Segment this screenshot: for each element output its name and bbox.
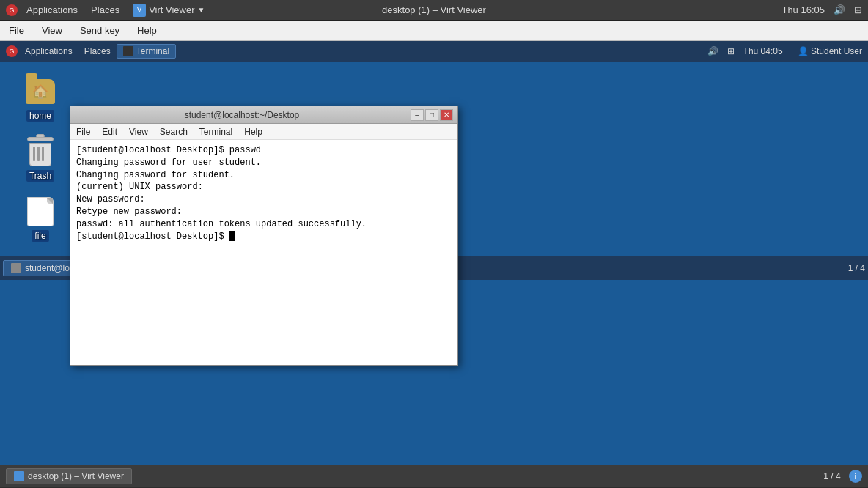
host-network-icon: ⊞ bbox=[854, 4, 862, 15]
desktop-icon-file[interactable]: file bbox=[15, 196, 66, 242]
app-menubar: File View Send key Help bbox=[0, 21, 868, 41]
trash-icon-label: Trash bbox=[26, 170, 54, 182]
host-topbar-right: Thu 16:05 🔊 ⊞ bbox=[781, 4, 862, 15]
gnome-logo-icon: G bbox=[6, 4, 18, 16]
vm-topbar-right: 🔊 ⊞ Thu 04:05 👤 Student User bbox=[707, 46, 862, 56]
vm-places-menu[interactable]: Places bbox=[78, 45, 117, 58]
vm-taskbar-page-indicator: 1 / 4 bbox=[848, 263, 865, 273]
terminal-body[interactable]: [student@localhost Desktop]$ passwdChang… bbox=[70, 140, 457, 365]
trash-body bbox=[29, 143, 51, 166]
terminal-help-menu[interactable]: Help bbox=[238, 125, 268, 138]
file-icon bbox=[25, 196, 56, 227]
host-window-title: desktop (1) – Virt Viewer bbox=[382, 4, 486, 15]
vm-speaker-icon: 🔊 bbox=[707, 46, 718, 56]
host-page-indicator: 1 / 4 bbox=[823, 471, 840, 481]
trash-icon bbox=[25, 136, 56, 167]
terminal-close-btn[interactable]: ✕ bbox=[440, 109, 453, 121]
terminal-minimize-btn[interactable]: – bbox=[411, 109, 424, 121]
terminal-window: student@localhost:~/Desktop – □ ✕ File E… bbox=[70, 106, 458, 366]
host-bottombar-right: 1 / 4 i bbox=[823, 470, 862, 483]
terminal-search-menu[interactable]: Search bbox=[154, 125, 194, 138]
vm-user-label: Student User bbox=[811, 46, 862, 56]
desktop-icons: 🏠 home Trash bbox=[15, 76, 66, 242]
host-taskbar-virt-icon bbox=[14, 471, 24, 481]
vm-terminal-label: Terminal bbox=[136, 46, 169, 56]
host-taskbar-virt-label: desktop (1) – Virt Viewer bbox=[28, 471, 124, 481]
terminal-title: student@localhost:~/Desktop bbox=[75, 110, 409, 120]
vm-time: Thu 04:05 bbox=[743, 46, 783, 56]
host-speaker-icon: 🔊 bbox=[834, 4, 845, 15]
home-icon-shape: 🏠 bbox=[26, 79, 55, 104]
host-places-menu[interactable]: Places bbox=[85, 3, 125, 17]
vm-terminal-icon-small bbox=[123, 46, 133, 56]
desktop-area: 🏠 home Trash bbox=[0, 62, 868, 256]
terminal-cursor bbox=[229, 231, 235, 241]
vm-user: 👤 Student User bbox=[792, 46, 862, 56]
virt-viewer-icon: V bbox=[133, 4, 146, 17]
desktop-icon-trash[interactable]: Trash bbox=[15, 136, 66, 182]
home-icon-glyph: 🏠 bbox=[32, 84, 48, 100]
desktop-icon-home[interactable]: 🏠 home bbox=[15, 76, 66, 122]
terminal-menubar: File Edit View Search Terminal Help bbox=[70, 124, 457, 140]
trash-lid bbox=[27, 137, 54, 141]
view-menu[interactable]: View bbox=[33, 22, 71, 39]
terminal-output: [student@localhost Desktop]$ passwdChang… bbox=[76, 145, 367, 242]
trash-icon-shape bbox=[27, 137, 54, 166]
virt-viewer-dropdown-icon: ▼ bbox=[198, 6, 205, 14]
home-folder-icon: 🏠 bbox=[25, 76, 56, 107]
terminal-file-menu[interactable]: File bbox=[70, 125, 96, 138]
vm-taskbar-terminal-icon bbox=[11, 263, 21, 273]
file-icon-label: file bbox=[32, 230, 48, 242]
vm-topbar: G Applications Places Terminal 🔊 ⊞ Thu 0… bbox=[0, 41, 868, 62]
info-icon[interactable]: i bbox=[849, 470, 862, 483]
host-virtviewer-menu[interactable]: V Virt Viewer ▼ bbox=[127, 2, 210, 18]
vm-gnome-logo: G bbox=[6, 45, 18, 57]
vm-terminal-taskbar-item[interactable]: Terminal bbox=[117, 44, 176, 59]
terminal-maximize-btn[interactable]: □ bbox=[425, 109, 438, 121]
file-menu[interactable]: File bbox=[0, 22, 33, 39]
virt-viewer-label: Virt Viewer bbox=[149, 4, 194, 15]
terminal-terminal-menu[interactable]: Terminal bbox=[194, 125, 238, 138]
help-menu[interactable]: Help bbox=[128, 22, 166, 39]
vm-display: G Applications Places Terminal 🔊 ⊞ Thu 0… bbox=[0, 41, 868, 465]
vm-network-icon: ⊞ bbox=[727, 46, 735, 56]
file-icon-shape bbox=[27, 197, 54, 226]
terminal-view-menu[interactable]: View bbox=[123, 125, 154, 138]
host-taskbar-virt-item[interactable]: desktop (1) – Virt Viewer bbox=[6, 468, 132, 484]
vm-applications-menu[interactable]: Applications bbox=[19, 45, 78, 58]
host-topbar: G Applications Places V Virt Viewer ▼ de… bbox=[0, 0, 868, 21]
send-key-menu[interactable]: Send key bbox=[71, 22, 128, 39]
main-content: G Applications Places Terminal 🔊 ⊞ Thu 0… bbox=[0, 41, 868, 465]
home-icon-label: home bbox=[26, 110, 54, 122]
host-time: Thu 16:05 bbox=[781, 4, 825, 15]
host-bottombar: desktop (1) – Virt Viewer 1 / 4 i bbox=[0, 465, 868, 487]
terminal-edit-menu[interactable]: Edit bbox=[96, 125, 123, 138]
host-applications-menu[interactable]: Applications bbox=[21, 3, 84, 17]
terminal-titlebar: student@localhost:~/Desktop – □ ✕ bbox=[70, 106, 457, 124]
